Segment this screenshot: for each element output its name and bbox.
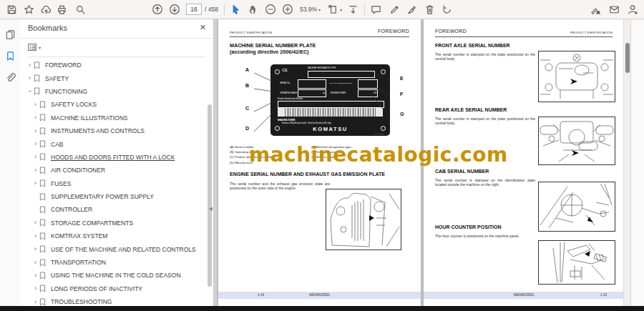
bookmark-label[interactable]: SUPPLEMENTARY POWER SUPPLY [51,193,154,200]
section-heading: HOUR COUNTER POSITION [435,224,502,229]
page-number-input[interactable]: 16 [186,4,202,15]
bookmark-item[interactable]: › FUNCTIONING [20,85,205,98]
fit-page-caret-icon[interactable]: ▾ [340,7,342,12]
delete-icon[interactable] [424,4,435,15]
bookmark-label[interactable]: FUSES [51,180,71,187]
rotate-icon[interactable] [441,4,452,15]
chevron-right-icon[interactable]: › [26,75,34,82]
save-icon[interactable] [6,4,17,15]
bookmark-label[interactable]: TROUBLESHOOTING [51,298,112,305]
chevron-right-icon[interactable]: › [31,128,39,134]
bookmark-item[interactable]: › SAFETY LOCKS [20,98,205,111]
bookmark-icon [39,114,48,122]
print-icon[interactable] [56,4,67,15]
bookmarks-panel-icon[interactable] [4,50,16,61]
bookmark-label[interactable]: CONTROLLER [51,206,92,213]
panel-collapse-arrow[interactable]: ◀ [209,206,213,212]
bookmark-item[interactable]: › TRANSPORTATION [20,256,205,269]
engine-illustration [326,189,401,250]
bookmark-label[interactable]: AIR CONDITIONER [51,167,105,174]
star-icon[interactable] [23,4,34,15]
bookmark-icon [39,219,48,227]
sign-icon[interactable] [406,4,417,15]
bookmark-item[interactable]: › HOODS AND DOORS FITTED WITH A LOCK [20,151,205,164]
bookmark-icon [39,167,48,174]
bookmark-label[interactable]: KOMTRAX SYSTEM [51,232,107,240]
chevron-right-icon[interactable]: › [31,272,39,279]
bookmark-label[interactable]: FOREWORD [45,61,82,69]
bookmark-label[interactable]: USING THE MACHINE IN THE COLD SEASON [51,272,181,279]
bookmark-label[interactable]: INSTRUMENTS AND CONTROLS [51,127,145,134]
chevron-down-icon[interactable]: › [26,87,33,95]
close-panel-icon[interactable]: ✕ [200,23,206,32]
bookmark-item[interactable]: › KOMTRAX SYSTEM [20,229,205,242]
bookmark-label[interactable]: SAFETY LOCKS [51,101,97,108]
search-icon[interactable] [74,4,86,15]
account-avatar-icon[interactable] [627,4,638,15]
hand-tool-icon[interactable] [248,4,259,15]
chevron-right-icon[interactable]: › [31,167,39,174]
zoom-in-icon[interactable] [282,4,293,15]
chevron-right-icon[interactable]: › [31,260,39,266]
bookmark-label[interactable]: CAB [51,141,63,148]
options-caret-icon[interactable]: ▾ [39,45,41,50]
zoom-level-label[interactable]: 53.9% [300,6,317,13]
bookmark-item[interactable]: › TROUBLESHOOTING [20,295,205,306]
bookmark-label[interactable]: TRANSPORTATION [51,259,106,266]
section-body: The hour counter is positioned on the ma… [435,234,535,238]
scrollbar-thumb[interactable] [625,43,630,73]
running-header-left: FOREWORD [435,29,467,34]
chevron-right-icon[interactable]: › [31,285,39,292]
chevron-right-icon[interactable]: › [31,299,39,305]
bookmark-item[interactable]: › FOREWORD [20,59,205,71]
previous-page-icon[interactable] [152,4,163,15]
next-page-icon[interactable] [169,4,180,15]
chevron-right-icon[interactable]: › [31,180,39,187]
chevron-right-icon[interactable]: › [31,219,39,226]
bookmark-item[interactable]: › INSTRUMENTS AND CONTROLS [20,124,205,137]
bookmark-item[interactable]: › STORAGE COMPARTMENTS [20,217,205,229]
bookmark-label[interactable]: FUNCTIONING [45,88,87,95]
bookmark-item[interactable]: › USING THE MACHINE IN THE COLD SEASON [20,269,205,282]
fit-width-icon[interactable] [347,4,358,15]
bookmark-item[interactable]: CONTROLLER [20,203,205,216]
bookmark-label[interactable]: USE OF THE MACHINE AND RELATED CONTROLS [51,246,196,253]
attachments-icon[interactable] [4,71,16,83]
page-thumbnails-icon[interactable] [4,29,16,40]
bookmark-item[interactable]: › USE OF THE MACHINE AND RELATED CONTROL… [20,242,205,255]
bookmarks-panel: Bookmarks ✕ ▾ › FOREWORD › SAFETY › FUNC… [20,19,214,306]
bookmark-label[interactable]: STORAGE COMPARTMENTS [51,219,133,227]
bookmark-label[interactable]: HOODS AND DOORS FITTED WITH A LOCK [51,154,175,161]
bookmark-options-button[interactable]: ▾ [27,42,41,52]
comment-icon[interactable] [370,4,381,15]
bookmark-item[interactable]: › SAFETY [20,71,205,84]
zoom-out-icon[interactable] [265,4,276,15]
page-total-label: / 458 [205,6,218,13]
bookmark-item[interactable]: › AIR CONDITIONER [20,164,205,177]
bookmark-label[interactable]: LONG PERIODS OF INACTIVITY [51,285,142,292]
bookmark-icon [34,74,42,82]
bookmark-item[interactable]: › FUSES [20,177,205,190]
chevron-right-icon[interactable]: › [31,154,39,160]
fit-page-icon[interactable] [327,4,338,15]
section-heading: FRONT AXLE SERIAL NUMBER [435,43,510,48]
email-icon[interactable] [608,4,620,15]
request-signature-icon[interactable] [590,4,601,15]
bookmark-item[interactable]: › LONG PERIODS OF INACTIVITY [20,282,205,295]
chevron-right-icon[interactable]: › [31,233,39,240]
bookmark-label[interactable]: SAFETY [45,75,69,82]
chevron-right-icon[interactable]: › [26,62,34,69]
share-upload-icon[interactable] [40,4,52,15]
bookmark-label[interactable]: MACHINE ILLUSTRATIONS [51,114,128,122]
chevron-right-icon[interactable]: › [31,246,39,252]
bookmark-item[interactable]: › CAB [20,137,205,150]
select-tool-icon[interactable] [230,4,242,15]
bookmark-item[interactable]: › MACHINE ILLUSTRATIONS [20,112,205,124]
chevron-right-icon[interactable]: › [31,141,39,147]
chevron-right-icon[interactable]: › [31,114,39,121]
panel-scrollbar[interactable] [208,104,212,287]
bookmark-item[interactable]: SUPPLEMENTARY POWER SUPPLY [20,190,205,203]
chevron-right-icon[interactable]: › [31,102,39,108]
highlight-pen-icon[interactable] [389,4,400,15]
zoom-caret-icon[interactable]: ▾ [318,7,321,12]
